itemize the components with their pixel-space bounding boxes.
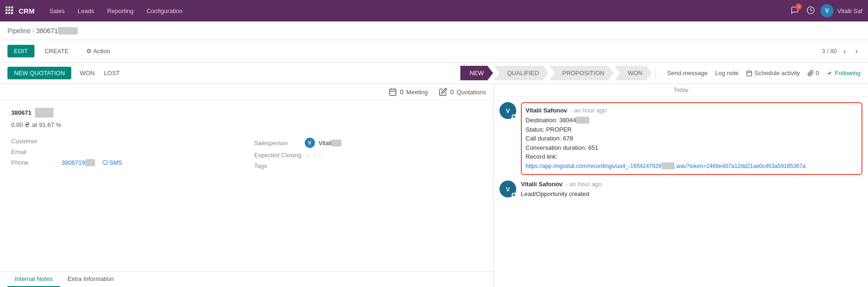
- svg-rect-0: [6, 7, 7, 8]
- expected-closing-field: Expected Closing ☆ ☆ ☆: [254, 150, 483, 161]
- msg1-line0: Destination: 38044: [526, 116, 858, 125]
- following-button[interactable]: Following: [827, 70, 861, 77]
- message-2: V Vitalii Safonov - an hour ago Lead/Opp…: [499, 181, 862, 199]
- paperclip-icon: [807, 70, 814, 77]
- svg-rect-5: [11, 9, 13, 11]
- phone-field: Phone 3806719 SMS: [11, 157, 239, 168]
- message-1-link[interactable]: https://app.ringostat.com/recordings/ua4…: [526, 163, 806, 169]
- star-2[interactable]: ☆: [312, 152, 317, 159]
- record-title: 380671: [11, 108, 482, 118]
- message-2-time: - an hour ago: [566, 181, 601, 188]
- meeting-bar: 0 Meeting 0 Quotations: [0, 84, 493, 100]
- grid-icon[interactable]: [6, 7, 13, 15]
- sms-link[interactable]: SMS: [103, 159, 122, 166]
- top-nav-right: 1 V Vitalii Saf: [789, 4, 862, 18]
- prev-arrow[interactable]: ‹: [841, 46, 848, 56]
- record-id: 380671: [11, 109, 31, 116]
- svg-rect-7: [8, 12, 10, 14]
- tab-extra-information[interactable]: Extra Information: [60, 272, 121, 287]
- right-actions: Send message Log note Schedule activity …: [660, 70, 868, 77]
- notification-badge: 1: [795, 3, 802, 10]
- edit-button[interactable]: EDIT: [7, 45, 34, 57]
- check-icon: [827, 70, 833, 77]
- tags-label: Tags: [254, 162, 301, 169]
- svg-rect-8: [11, 12, 13, 14]
- msg1-line3: Conversation duration: 651: [526, 143, 858, 153]
- won-button[interactable]: WON: [75, 67, 99, 79]
- log-note-button[interactable]: Log note: [715, 70, 739, 77]
- nav-configuration[interactable]: Configuration: [141, 0, 188, 21]
- sms-icon: [103, 160, 108, 166]
- stage-proposition[interactable]: PROPOSITION: [549, 66, 614, 80]
- chat-icon[interactable]: 1: [789, 4, 801, 18]
- quotations-item[interactable]: 0 Quotations: [439, 88, 486, 96]
- clock-icon[interactable]: [805, 4, 817, 18]
- salesperson-label: Salesperson: [254, 140, 301, 147]
- phone-value[interactable]: 3806719: [62, 159, 95, 166]
- record-amount: 0.00: [11, 121, 23, 128]
- create-button[interactable]: CREATE: [38, 45, 75, 57]
- lost-button[interactable]: LOST: [99, 67, 124, 79]
- app-name[interactable]: CRM: [19, 7, 34, 15]
- breadcrumb-parent[interactable]: Pipeline: [7, 27, 31, 35]
- user-avatar[interactable]: V: [820, 4, 834, 17]
- at-label: at: [32, 121, 37, 128]
- online-indicator: [512, 114, 516, 119]
- svg-rect-3: [6, 9, 7, 11]
- msg2-line0: Lead/Opportunity created: [521, 189, 862, 199]
- main-content: 0 Meeting 0 Quotations 380671 0.00 ₴ at …: [0, 84, 868, 287]
- meeting-label: Meeting: [406, 89, 428, 96]
- quotations-label: Quotations: [457, 89, 486, 96]
- expected-closing-label: Expected Closing: [254, 152, 301, 159]
- online-indicator-2: [512, 193, 516, 197]
- right-panel: Today V Vitalii Safonov - an hour ago De…: [494, 84, 868, 287]
- schedule-activity-button[interactable]: Schedule activity: [746, 70, 800, 77]
- stage-qualified[interactable]: QUALIFIED: [494, 66, 548, 80]
- quotations-count: 0: [450, 88, 454, 96]
- salesperson-field: Salesperson V Vitali: [254, 136, 483, 150]
- message-1-body: Vitalii Safonov - an hour ago Destinatio…: [521, 102, 862, 175]
- nav-counter: 3 / 80 ‹ ›: [822, 46, 861, 56]
- nav-reporting[interactable]: Reporting: [102, 0, 139, 21]
- msg1-line4: Record link:: [526, 152, 858, 161]
- top-nav: CRM Sales Leads Reporting Configuration …: [0, 0, 868, 21]
- action-bar: EDIT CREATE ⚙ Action 3 / 80 ‹ ›: [0, 40, 868, 63]
- star-rating[interactable]: ☆ ☆ ☆: [305, 152, 324, 159]
- breadcrumb-separator: /: [33, 27, 34, 34]
- message-1-time: - an hour ago: [571, 107, 606, 114]
- send-message-button[interactable]: Send message: [667, 70, 708, 77]
- breadcrumb: Pipeline / 380671 ••••••••: [0, 21, 868, 40]
- calendar-icon: [746, 70, 752, 77]
- meeting-count: 0: [400, 88, 403, 96]
- star-1[interactable]: ☆: [305, 152, 311, 159]
- star-3[interactable]: ☆: [318, 152, 324, 159]
- chatter-messages: V Vitalii Safonov - an hour ago Destinat…: [494, 97, 868, 287]
- svg-rect-18: [103, 161, 108, 164]
- left-panel: 0 Meeting 0 Quotations 380671 0.00 ₴ at …: [0, 84, 494, 287]
- svg-rect-14: [390, 89, 396, 96]
- message-1-avatar: V: [499, 102, 516, 119]
- next-arrow[interactable]: ›: [853, 46, 861, 56]
- nav-leads[interactable]: Leads: [72, 0, 100, 21]
- svg-rect-4: [8, 9, 10, 11]
- stage-new[interactable]: NEW: [460, 66, 493, 80]
- tab-internal-notes[interactable]: Internal Notes: [7, 272, 60, 287]
- stage-won[interactable]: WON: [615, 66, 652, 80]
- percentage: 91.67 %: [39, 121, 62, 128]
- record-subtitle: 0.00 ₴ at 91.67 %: [11, 120, 482, 128]
- meeting-item[interactable]: 0 Meeting: [389, 88, 428, 96]
- nav-sales[interactable]: Sales: [44, 0, 70, 21]
- message-2-avatar: V: [499, 181, 516, 197]
- message-2-author: Vitalii Safonov: [521, 181, 562, 188]
- message-2-content: Lead/Opportunity created: [521, 189, 862, 199]
- customer-label: Customer: [11, 138, 58, 145]
- counter-text: 3 / 80: [822, 48, 837, 55]
- new-quotation-button[interactable]: NEW QUOTATION: [7, 67, 71, 79]
- message-1: V Vitalii Safonov - an hour ago Destinat…: [499, 102, 862, 175]
- record-body: 380671 0.00 ₴ at 91.67 % Customer: [0, 100, 493, 271]
- tags-field: Tags: [254, 161, 483, 171]
- attach-button[interactable]: 0: [807, 70, 819, 77]
- action-link[interactable]: ⚙ Action: [86, 48, 110, 55]
- message-1-author: Vitalii Safonov: [526, 107, 567, 114]
- customer-field: Customer: [11, 136, 239, 147]
